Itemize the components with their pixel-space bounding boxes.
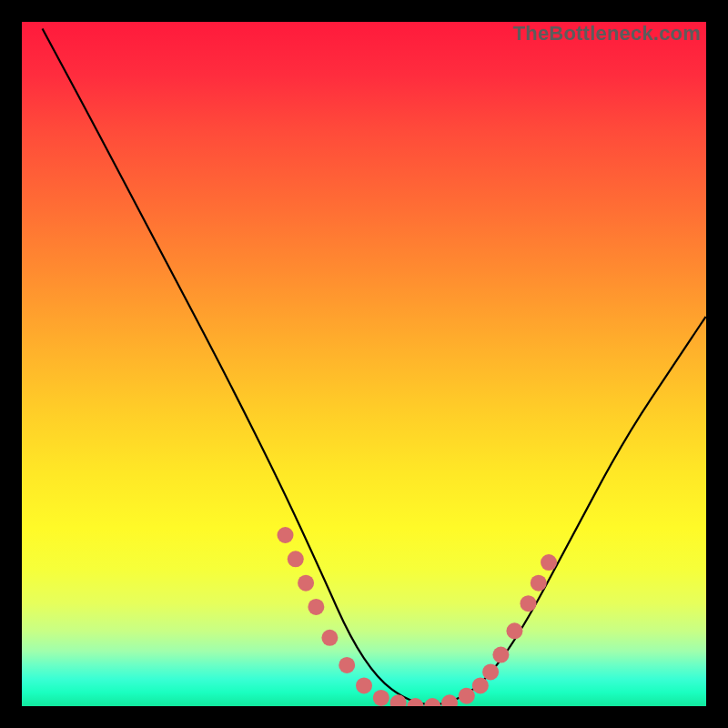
chart-frame: TheBottleneck.com [0,0,728,728]
data-point [373,690,389,706]
plot-area: TheBottleneck.com [22,22,706,706]
data-point [506,622,522,639]
bottleneck-curve [43,29,706,705]
data-point [459,688,475,704]
data-point [278,527,294,543]
data-point [298,575,314,592]
data-point [321,630,338,646]
data-point [288,551,304,567]
data-points-group [278,527,558,706]
data-point [520,595,536,612]
data-point [356,677,372,693]
data-point [472,677,489,693]
data-point [339,657,355,673]
data-point [441,694,458,706]
data-point [531,575,547,592]
chart-svg [22,22,706,706]
data-point [492,647,509,663]
data-point [424,698,440,706]
data-point [482,663,499,680]
data-point [541,554,557,571]
data-point [308,599,324,615]
